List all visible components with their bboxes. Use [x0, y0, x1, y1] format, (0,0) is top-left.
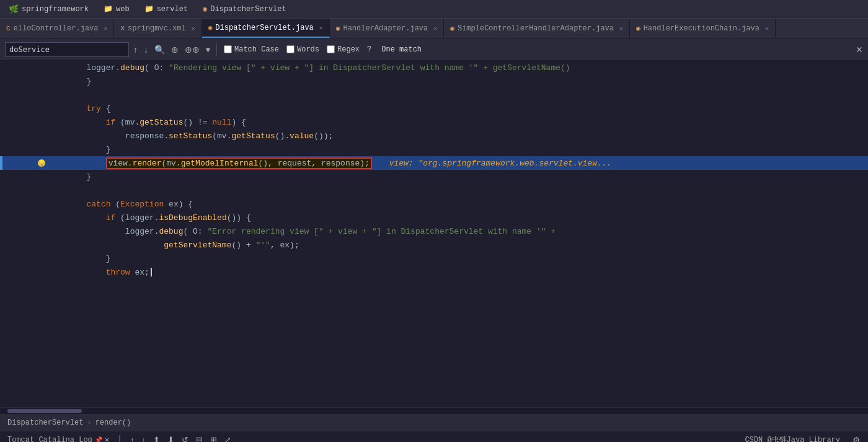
code-text-6: response.setStatus(mv.getStatus().value(… [48, 131, 333, 141]
code-content[interactable]: logger.debug( O: "Rendering view [" + vi… [0, 61, 868, 407]
class-icon-exec-tab: ◉ [636, 24, 640, 32]
tab-simple-label: SimpleControllerHandlerAdapter.java [458, 24, 614, 33]
search-find-button[interactable]: 🔍 [153, 45, 167, 54]
code-line-9: } [0, 170, 868, 183]
tab-exec[interactable]: ◉ HandlerExecutionChain.java ✕ [630, 19, 776, 38]
match-case-label: Match Case [234, 45, 279, 54]
spring-icon: 🌿 [9, 4, 19, 14]
tab-dispatcher[interactable]: ◉ DispatcherServlet.java ✕ [202, 19, 330, 38]
code-line-5: if (mv.getStatus() != null) { [0, 115, 868, 129]
tab-simple-close[interactable]: ✕ [619, 25, 623, 32]
bottom-expand-button[interactable]: ⤢ [224, 435, 231, 442]
bottom-next-button[interactable]: ⬇ [167, 435, 174, 442]
code-line-11: catch (Exception ex) { [0, 197, 868, 211]
regex-help[interactable]: ? [365, 45, 374, 54]
code-line-4: try { [0, 102, 868, 115]
csdn-logo: CSDN @虫链Java Library [745, 435, 840, 442]
settings-button[interactable]: ⚙ [852, 435, 861, 443]
tab-hello[interactable]: C elloController.java ✕ [0, 19, 114, 38]
code-text-14: getServletName() + "'", ex); [48, 241, 299, 250]
regex-option[interactable]: Regex [324, 45, 362, 54]
match-case-checkbox[interactable] [224, 45, 232, 53]
search-close-button[interactable]: ✕ [856, 45, 863, 55]
tab-hello-close[interactable]: ✕ [104, 25, 107, 32]
title-bar-dispatcher-label: DispatcherServlet [210, 5, 286, 14]
tab-handler[interactable]: ◉ HandlerAdapter.java ✕ [330, 19, 444, 38]
tab-handler-close[interactable]: ✕ [433, 25, 437, 32]
scroll-thumb[interactable] [7, 409, 82, 413]
code-text-9: } [48, 172, 91, 182]
code-line-2: } [0, 74, 868, 88]
search-input-wrap [5, 42, 129, 57]
title-bar: 🌿 springframework 📁 web 📁 servlet ◉ Disp… [0, 0, 868, 19]
tab-bar: C elloController.java ✕ X springmvc.xml … [0, 19, 868, 38]
title-bar-web[interactable]: 📁 web [100, 3, 133, 15]
close-tab-icon[interactable]: ✕ [105, 435, 109, 442]
code-line-13: logger.debug( O: "Error rendering view [… [0, 224, 868, 238]
words-option[interactable]: Words [284, 45, 322, 54]
title-bar-dispatcher[interactable]: ◉ DispatcherServlet [199, 3, 290, 15]
search-prev-button[interactable]: ↑ [131, 45, 140, 54]
tab-springmvc[interactable]: X springmvc.xml ✕ [114, 19, 202, 38]
code-text-8: view.render(mv.getModelInternal(), reque… [48, 157, 611, 169]
title-bar-servlet[interactable]: 📁 servlet [141, 3, 192, 15]
words-checkbox[interactable] [286, 45, 294, 53]
bottom-scroll-up-button[interactable]: ↑ [130, 435, 135, 442]
tab-exec-close[interactable]: ✕ [765, 25, 769, 32]
match-case-option[interactable]: Match Case [221, 45, 281, 54]
tab-springmvc-close[interactable]: ✕ [192, 25, 195, 32]
search-next-button[interactable]: ↓ [142, 45, 150, 54]
code-line-cursor: throw ex; [0, 265, 868, 279]
class-icon-hello: C [6, 25, 11, 32]
breadcrumb-class: DispatcherServlet [7, 418, 83, 427]
folder-icon-servlet: 📁 [144, 4, 154, 14]
breadcrumb: DispatcherServlet › render() [7, 418, 131, 427]
bottom-tab-tomcat[interactable]: Tomcat Catalina Log 📌 ✕ [7, 435, 109, 442]
code-text-12: if (logger.isDebugEnabled()) { [48, 213, 251, 223]
code-text-cursor: throw ex; [48, 268, 152, 277]
search-replace-all-button[interactable]: ⊕⊕ [183, 45, 202, 54]
breadcrumb-method: render() [95, 418, 131, 427]
bulb-icon: 💡 [38, 159, 45, 167]
bottom-reload-button[interactable]: ↺ [182, 435, 188, 442]
code-line-6: response.setStatus(mv.getStatus().value(… [0, 129, 868, 143]
code-text-5: if (mv.getStatus() != null) { [48, 118, 246, 127]
status-bar: DispatcherServlet › render() [0, 413, 868, 431]
editor-area: logger.debug( O: "Rendering view [" + vi… [0, 61, 868, 407]
line-marker-bg-1 [0, 61, 2, 74]
bottom-table-button[interactable]: ⊞ [210, 435, 217, 442]
breadcrumb-separator: › [87, 418, 91, 427]
title-bar-springframework-label: springframework [22, 5, 89, 14]
search-filter-button[interactable]: ▾ [204, 45, 212, 54]
title-bar-springframework[interactable]: 🌿 springframework [5, 3, 92, 15]
class-icon-dispatcher: ◉ [203, 4, 207, 14]
horizontal-scrollbar[interactable] [0, 407, 868, 413]
bottom-panel: Tomcat Catalina Log 📌 ✕ ↑ ↓ ⬆ ⬇ ↺ ⊟ ⊞ ⤢ … [0, 431, 868, 442]
search-separator-1 [216, 43, 217, 56]
match-result: One match [381, 45, 422, 54]
regex-label: Regex [337, 45, 360, 54]
code-line-15: } [0, 252, 868, 265]
code-text-11: catch (Exception ex) { [48, 200, 193, 209]
search-replace-button[interactable]: ⊕ [169, 45, 180, 54]
code-text-3 [48, 91, 53, 100]
tab-dispatcher-label: DispatcherServlet.java [215, 24, 313, 32]
tab-simple[interactable]: ◉ SimpleControllerHandlerAdapter.java ✕ [444, 19, 630, 38]
code-text-4: try { [48, 104, 110, 113]
tab-handler-label: HandlerAdapter.java [343, 24, 428, 33]
code-text-2: } [48, 77, 91, 86]
bottom-prev-button[interactable]: ⬆ [153, 435, 160, 442]
code-text-10 [48, 186, 53, 195]
bottom-scroll-down-button[interactable]: ↓ [142, 435, 146, 442]
regex-checkbox[interactable] [327, 45, 335, 53]
search-input[interactable] [9, 45, 84, 54]
tab-dispatcher-close[interactable]: ✕ [319, 24, 323, 32]
xml-icon-springmvc: X [120, 25, 125, 32]
bottom-options-button[interactable]: ⊟ [196, 435, 203, 442]
pin-icon: 📌 [95, 436, 102, 443]
code-text-15: } [48, 254, 110, 263]
code-line-10 [0, 183, 868, 197]
code-line-1: logger.debug( O: "Rendering view [" + vi… [0, 61, 868, 74]
code-line-14: getServletName() + "'", ex); [0, 238, 868, 252]
title-bar-web-label: web [116, 5, 130, 14]
